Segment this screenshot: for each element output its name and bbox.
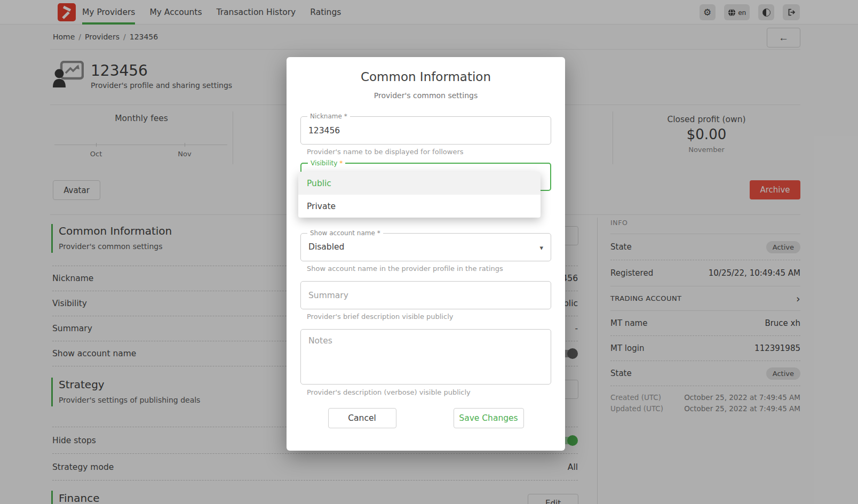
visibility-dropdown-menu: Public Private [298,172,541,218]
field-label-text: Visibility [311,159,337,167]
show-account-name-value: Disabled [301,234,551,261]
nickname-input[interactable] [301,117,551,144]
summary-helper-text: Provider's brief description visible pub… [307,313,551,321]
caret-down-icon: ▾ [539,244,543,252]
show-account-name-helper-text: Show account name in the provider profil… [307,265,551,273]
save-changes-button[interactable]: Save Changes [454,408,524,428]
dialog-actions: Cancel Save Changes [300,408,551,428]
show-account-name-field-label: Show account name * [307,229,383,237]
visibility-field-label: Visibility * [308,159,345,167]
notes-helper-text: Provider's description (verbose) visible… [307,388,551,396]
notes-field [300,329,551,385]
cancel-button[interactable]: Cancel [328,408,396,428]
nickname-helper-text: Provider's name to be displayed for foll… [307,148,551,156]
notes-textarea[interactable] [301,330,551,384]
dialog-title: Common Information [287,70,565,84]
option-public[interactable]: Public [298,172,541,195]
summary-input[interactable] [301,282,551,309]
summary-field [300,281,551,309]
field-label-text: Nickname [310,113,342,120]
option-private[interactable]: Private [298,195,541,218]
required-asterisk: * [339,159,343,167]
nickname-field: Nickname * [300,116,551,145]
show-account-name-select[interactable]: Show account name * Disabled ▾ [300,233,551,261]
required-asterisk: * [344,113,347,120]
dialog-subtitle: Provider's common settings [287,91,565,100]
field-label-text: Show account name [310,229,375,237]
required-asterisk: * [377,229,380,237]
nickname-field-label: Nickname * [307,113,350,120]
common-information-dialog: Common Information Provider's common set… [287,57,565,451]
